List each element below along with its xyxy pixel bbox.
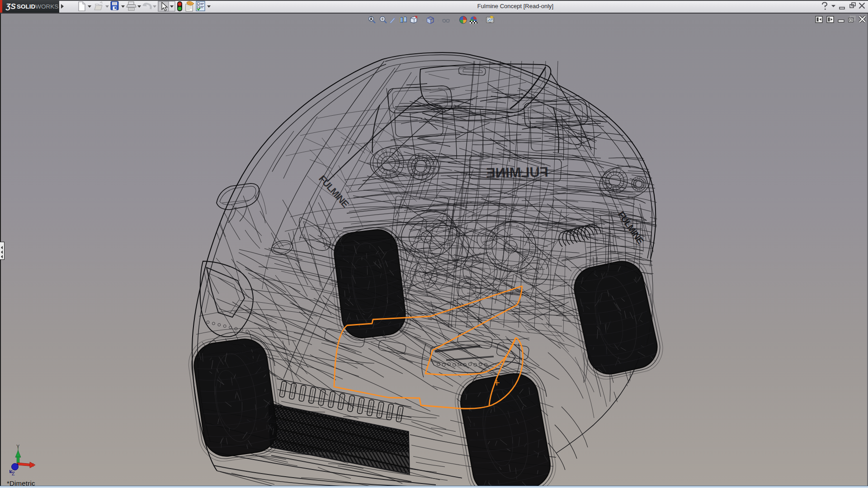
svg-text:Y: Y [16,444,20,449]
svg-text:FULMINE: FULMINE [317,173,351,209]
svg-text:Z: Z [12,471,15,476]
svg-text:X: X [31,462,34,468]
